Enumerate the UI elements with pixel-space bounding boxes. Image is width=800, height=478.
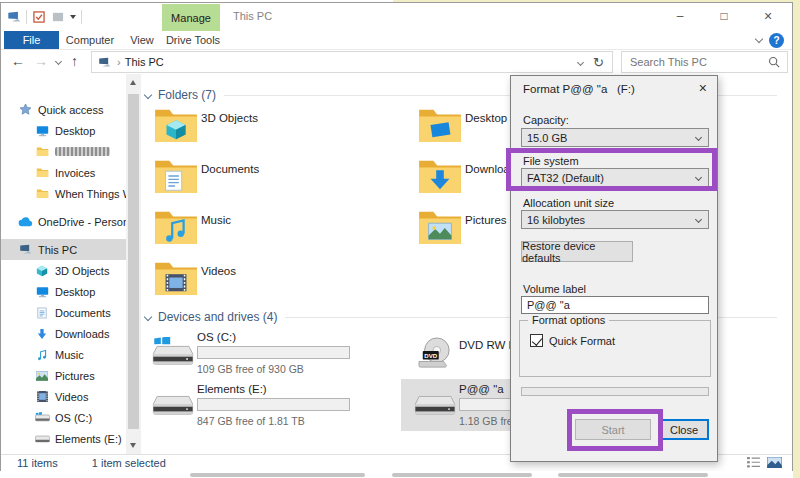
- sidebar-item-icon: [34, 188, 50, 199]
- sidebar-item-label: Downloads: [55, 328, 109, 340]
- sidebar-item-music[interactable]: Music: [1, 344, 126, 365]
- new-folder-icon[interactable]: [51, 10, 65, 24]
- filesystem-highlight-box: [506, 148, 717, 191]
- folder-item-videos[interactable]: Videos: [151, 257, 415, 308]
- quick-format-option[interactable]: Quick Format: [530, 334, 615, 347]
- window-title: This PC: [233, 10, 272, 22]
- collapse-ribbon-icon[interactable]: [755, 35, 763, 43]
- sidebar-item-pictures[interactable]: Pictures: [1, 365, 126, 386]
- sidebar-item-desktop[interactable]: Desktop: [1, 120, 126, 141]
- ribbon-tab-row: File Computer View Drive Tools ?: [1, 31, 792, 50]
- tab-file[interactable]: File: [4, 31, 59, 49]
- sidebar-item-label: When Things We: [55, 188, 126, 200]
- sidebar-item-label: Elements (E:): [55, 433, 122, 445]
- drive-capacity-bar: [197, 346, 350, 359]
- dialog-close-icon[interactable]: ×: [699, 80, 707, 96]
- sidebar-item-this-pc[interactable]: This PC: [1, 239, 126, 260]
- up-icon[interactable]: ↑: [71, 53, 78, 69]
- drive-capacity-bar: [197, 398, 350, 411]
- volume-label-input[interactable]: P@@ "a: [521, 296, 709, 314]
- minimize-button[interactable]: –: [658, 3, 702, 29]
- explorer-app-icon: [7, 10, 21, 24]
- sidebar-item-icon: [34, 146, 50, 157]
- recent-locations-icon[interactable]: [55, 58, 62, 65]
- folder-name: Documents: [201, 163, 259, 175]
- sidebar-item-icon: [34, 307, 50, 319]
- sidebar-item-label: Pictures: [55, 370, 95, 382]
- collapse-section-icon[interactable]: [144, 313, 152, 321]
- sidebar-item-desktop[interactable]: Desktop: [1, 281, 126, 302]
- format-dialog: Format P@@ "a (F:) × Capacity: 15.0 GB F…: [510, 75, 718, 462]
- address-dropdown-icon[interactable]: [577, 58, 584, 65]
- folder-item-documents[interactable]: Documents: [151, 155, 415, 206]
- tab-view[interactable]: View: [121, 31, 163, 49]
- drive-item-os-c-[interactable]: OS (C:) 109 GB free of 930 GB: [145, 329, 407, 381]
- breadcrumb[interactable]: This PC: [125, 56, 164, 68]
- close-button[interactable]: ×: [746, 3, 790, 29]
- divider: [26, 10, 27, 24]
- this-pc-icon: [98, 57, 111, 68]
- drive-icon: [151, 337, 195, 371]
- sidebar-item-3d-objects[interactable]: 3D Objects: [1, 260, 126, 281]
- sidebar-item-elements-e-[interactable]: Elements (E:): [1, 428, 126, 449]
- capacity-select[interactable]: 15.0 GB: [521, 128, 709, 147]
- manage-contextual-group[interactable]: Manage: [162, 4, 220, 31]
- sidebar-item-os-c-[interactable]: OS (C:): [1, 407, 126, 428]
- sidebar-item-redacted[interactable]: [1, 141, 126, 162]
- address-bar[interactable]: › This PC ↻: [91, 51, 613, 73]
- sidebar-item-icon: [34, 125, 50, 137]
- sidebar-item-documents[interactable]: Documents: [1, 302, 126, 323]
- sidebar-item-label: Desktop: [55, 286, 95, 298]
- quick-access-toolbar: [7, 9, 82, 25]
- refresh-icon[interactable]: ↻: [593, 55, 604, 70]
- folder-item-music[interactable]: Music: [151, 206, 415, 257]
- back-icon[interactable]: ←: [11, 53, 25, 69]
- sidebar-item-icon: [34, 391, 50, 402]
- help-icon[interactable]: ?: [769, 33, 784, 48]
- capacity-value: 15.0 GB: [527, 132, 567, 144]
- start-highlight-box: [567, 409, 663, 451]
- sidebar-item-icon: [34, 265, 50, 277]
- tab-drive-tools[interactable]: Drive Tools: [162, 31, 224, 49]
- restore-defaults-button[interactable]: Restore device defaults: [521, 241, 633, 262]
- sidebar-item-quick-access[interactable]: Quick access: [1, 99, 126, 120]
- customize-toolbar-arrow-icon[interactable]: [70, 15, 76, 19]
- sidebar-item-label: OS (C:): [55, 412, 92, 424]
- format-options-label: Format options: [528, 314, 609, 326]
- sidebar-item-videos[interactable]: Videos: [1, 386, 126, 407]
- properties-icon[interactable]: [32, 10, 46, 24]
- scroll-down-icon[interactable]: [130, 443, 136, 448]
- format-progress-bar: [521, 387, 709, 396]
- scrollbar-thumb[interactable]: [128, 94, 139, 429]
- sidebar-item-when-things-we[interactable]: When Things We: [1, 183, 126, 204]
- sidebar-item-label: Desktop: [55, 125, 95, 137]
- drive-icon: [413, 389, 457, 421]
- section-title: Devices and drives (4): [158, 310, 277, 324]
- search-box[interactable]: Search This PC: [621, 51, 788, 73]
- sidebar-item-downloads[interactable]: Downloads: [1, 323, 126, 344]
- scroll-up-icon[interactable]: [130, 80, 136, 85]
- search-placeholder: Search This PC: [630, 56, 707, 68]
- tab-computer[interactable]: Computer: [61, 31, 119, 49]
- sidebar-item-label: Invoices: [55, 167, 95, 179]
- sidebar-item-label: Videos: [55, 391, 88, 403]
- quick-format-checkbox[interactable]: [530, 334, 543, 347]
- forward-icon[interactable]: →: [34, 53, 48, 69]
- redacted-label: [55, 147, 110, 156]
- details-view-icon[interactable]: [747, 457, 760, 470]
- allocation-select[interactable]: 16 kilobytes: [521, 210, 709, 229]
- chevron-down-icon: [695, 216, 702, 223]
- sidebar-item-onedrive-person[interactable]: OneDrive - Person: [1, 211, 126, 232]
- sidebar-item-invoices[interactable]: Invoices: [1, 162, 126, 183]
- sidebar-scrollbar[interactable]: [126, 74, 141, 454]
- maximize-button[interactable]: □: [702, 3, 746, 29]
- folder-item-3d-objects[interactable]: 3D Objects: [151, 104, 415, 155]
- thumbnail-view-icon[interactable]: [767, 457, 782, 470]
- svg-text:DVD: DVD: [424, 352, 437, 359]
- drive-item-elements-e-[interactable]: Elements (E:) 847 GB free of 1.81 TB: [145, 381, 407, 433]
- sidebar-item-label: Music: [55, 349, 84, 361]
- collapse-section-icon[interactable]: [144, 91, 152, 99]
- search-icon[interactable]: [768, 56, 780, 68]
- dialog-close-button[interactable]: Close: [659, 419, 709, 440]
- sidebar-item-icon: [34, 434, 50, 444]
